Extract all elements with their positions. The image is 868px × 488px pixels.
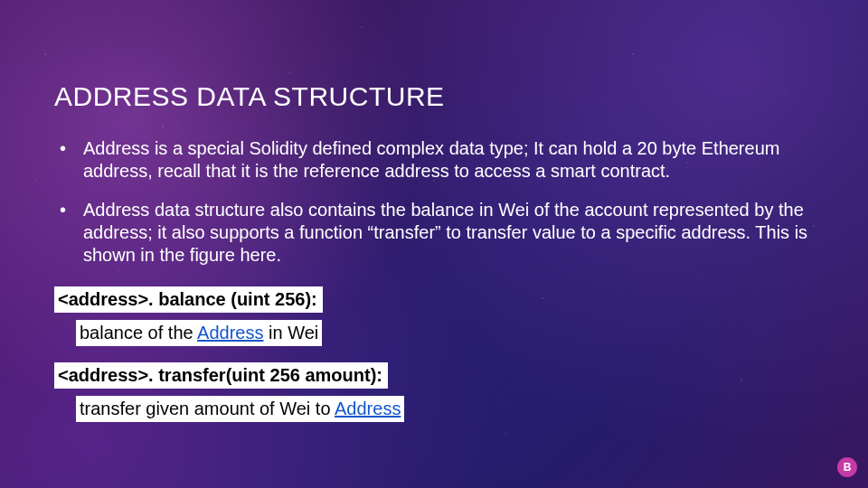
address-link[interactable]: Address	[197, 323, 263, 343]
code-signature: <address>. transfer(uint 256 amount):	[54, 362, 388, 389]
desc-text: balance of the	[80, 323, 197, 343]
slide: ADDRESS DATA STRUCTURE Address is a spec…	[0, 0, 868, 488]
code-block-1: <address>. balance (uint 256): balance o…	[54, 283, 814, 346]
desc-text: in Wei	[263, 323, 318, 343]
bullet-item: Address is a special Solidity defined co…	[54, 137, 814, 183]
bullet-item: Address data structure also contains the…	[54, 199, 814, 267]
desc-text: transfer given amount of Wei to	[80, 399, 335, 418]
code-description: transfer given amount of Wei to Address	[76, 396, 404, 422]
address-link[interactable]: Address	[335, 399, 401, 418]
badge-icon: B	[837, 457, 857, 477]
slide-title: ADDRESS DATA STRUCTURE	[54, 81, 814, 112]
bullet-list: Address is a special Solidity defined co…	[54, 137, 814, 267]
code-block-2: <address>. transfer(uint 256 amount): tr…	[54, 359, 814, 422]
code-signature: <address>. balance (uint 256):	[54, 286, 323, 313]
code-description: balance of the Address in Wei	[76, 320, 322, 346]
